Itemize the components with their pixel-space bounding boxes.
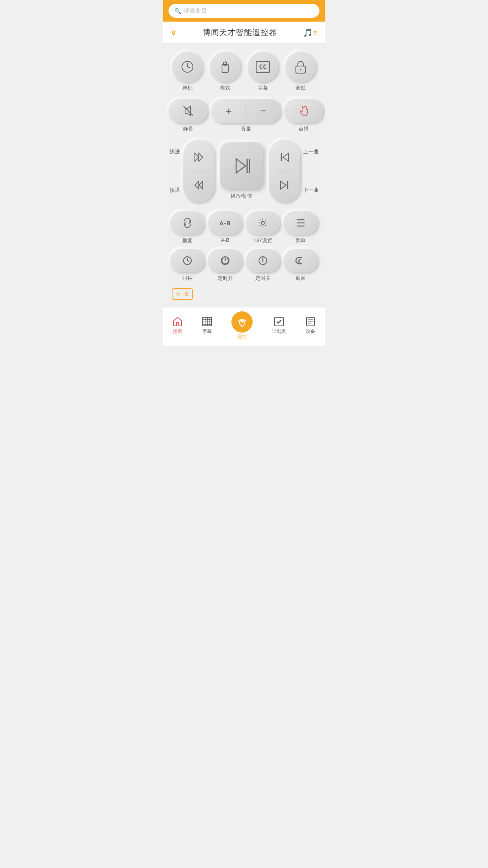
power-on-icon	[220, 255, 231, 266]
playback-row: 快进 快退 播放/暂停	[169, 140, 319, 202]
prev-next-divider	[277, 171, 292, 171]
subtitle-label: 字幕	[258, 85, 268, 92]
svg-marker-18	[283, 153, 288, 161]
remote-icon	[237, 316, 248, 327]
settings-label: 137设置	[253, 237, 272, 244]
return-button[interactable]: 返回	[283, 249, 318, 282]
title-row: ∨ 博闻天才智能遥控器 🎵≡	[163, 22, 325, 44]
svg-marker-14	[236, 159, 246, 173]
hand-pointer-icon	[297, 104, 311, 118]
settings-button[interactable]: 137设置	[246, 211, 280, 244]
svg-line-27	[187, 261, 189, 262]
svg-point-39	[241, 321, 243, 323]
mode-button[interactable]: 模式	[210, 51, 240, 92]
rw-label: 快退	[170, 187, 180, 194]
mute-label: 静音	[183, 125, 193, 132]
svg-marker-20	[281, 181, 286, 189]
nav-search[interactable]: 搜索	[172, 316, 183, 335]
rewind-icon	[193, 180, 204, 191]
clock-icon	[180, 60, 194, 74]
ff-label: 快进	[170, 148, 180, 155]
page-title: 博闻天才智能遥控器	[203, 27, 277, 38]
ff-rw-button[interactable]	[183, 140, 215, 202]
repeat-button[interactable]: 重复	[170, 211, 205, 244]
return-icon	[295, 256, 306, 265]
top-buttons-row: 待机 模式 CC 字幕	[169, 51, 319, 92]
mute-icon	[182, 105, 194, 117]
secondary-buttons-row: 重复 A-B A-B 137设置	[169, 211, 319, 244]
svg-marker-13	[195, 181, 199, 189]
clock-button[interactable]: 时钟	[170, 249, 205, 282]
schedule-icon	[274, 316, 284, 327]
ab-badge-text: A－B	[172, 288, 193, 300]
nav-device-label: 设备	[306, 328, 315, 335]
svg-rect-41	[306, 317, 314, 326]
svg-point-21	[261, 221, 264, 224]
on-demand-label: 点播	[299, 125, 309, 132]
playlist-icon[interactable]: 🎵≡	[303, 28, 317, 37]
power-off-icon	[257, 255, 268, 266]
prev-next-labels: 上一曲 下一曲	[303, 140, 319, 202]
bottom-nav: 搜索 字幕 遥控 计划表	[163, 307, 325, 346]
menu-icon	[295, 218, 306, 228]
subtitle-button[interactable]: CC 字幕	[248, 51, 278, 92]
search-bar[interactable]: 🔍 搜索曲目	[169, 4, 319, 18]
timer-on-label: 定时开	[218, 275, 233, 282]
fast-forward-icon	[193, 152, 204, 163]
nav-subtitle-label: 字幕	[202, 328, 212, 335]
main-content: 待机 模式 CC 字幕	[163, 44, 325, 307]
nav-remote-label: 遥控	[237, 333, 247, 340]
volume-control[interactable]: + − 音量	[211, 99, 281, 132]
svg-rect-40	[275, 317, 283, 326]
nav-subtitle[interactable]: 字幕	[202, 316, 212, 335]
on-demand-button[interactable]: 点播	[284, 99, 323, 132]
cc-icon: CC	[256, 61, 270, 73]
child-lock-label: 童锁	[295, 85, 306, 92]
home-icon	[172, 316, 183, 327]
play-pause-group: 播放/暂停	[220, 142, 263, 200]
timer-off-button[interactable]: 定时关	[246, 249, 280, 282]
mute-button[interactable]: 静音	[169, 99, 208, 132]
mode-label: 模式	[220, 85, 230, 92]
return-label: 返回	[295, 275, 306, 282]
next-label: 下一曲	[303, 187, 319, 194]
play-pause-label: 播放/暂停	[231, 193, 253, 200]
nav-search-label: 搜索	[173, 328, 182, 335]
standby-button[interactable]: 待机	[172, 51, 203, 92]
prev-track-icon	[279, 152, 290, 163]
lock-icon	[294, 60, 307, 74]
usb-icon	[218, 59, 232, 75]
volume-label: 音量	[241, 125, 251, 132]
svg-marker-10	[195, 153, 199, 161]
svg-line-2	[187, 67, 190, 68]
gear-icon	[257, 217, 268, 228]
chevron-down-icon[interactable]: ∨	[171, 28, 176, 37]
search-placeholder-text: 搜索曲目	[183, 7, 207, 15]
middle-controls-row: 静音 + − 音量 点播	[169, 99, 319, 132]
clock2-icon	[182, 255, 193, 266]
clock-label: 时钟	[182, 275, 193, 282]
child-lock-button[interactable]: 童锁	[285, 51, 316, 92]
volume-divider	[246, 105, 246, 117]
timer-on-button[interactable]: 定时开	[208, 249, 242, 282]
menu-button[interactable]: 菜单	[283, 211, 318, 244]
nav-device[interactable]: 设备	[305, 316, 316, 335]
play-pause-icon	[233, 157, 250, 175]
repeat-icon	[182, 217, 193, 228]
nav-schedule-label: 计划表	[272, 328, 286, 335]
repeat-label: 重复	[182, 237, 193, 244]
ab-button[interactable]: A-B A-B	[208, 211, 242, 244]
header: 🔍 搜索曲目	[163, 0, 325, 22]
volume-minus-icon[interactable]: −	[260, 105, 266, 117]
play-pause-button[interactable]	[220, 142, 263, 189]
nav-schedule[interactable]: 计划表	[272, 316, 286, 335]
volume-plus-icon[interactable]: +	[226, 105, 232, 117]
ab-label: A-B	[221, 237, 229, 243]
ab-icon: A-B	[219, 220, 231, 226]
prev-next-button[interactable]	[269, 140, 300, 202]
subtitle-nav-icon	[202, 316, 212, 327]
svg-marker-11	[199, 153, 203, 161]
ff-rw-labels: 快进 快退	[169, 140, 181, 202]
timer-buttons-row: 时钟 定时开 定时关	[169, 249, 319, 282]
nav-remote[interactable]: 遥控	[231, 311, 253, 340]
